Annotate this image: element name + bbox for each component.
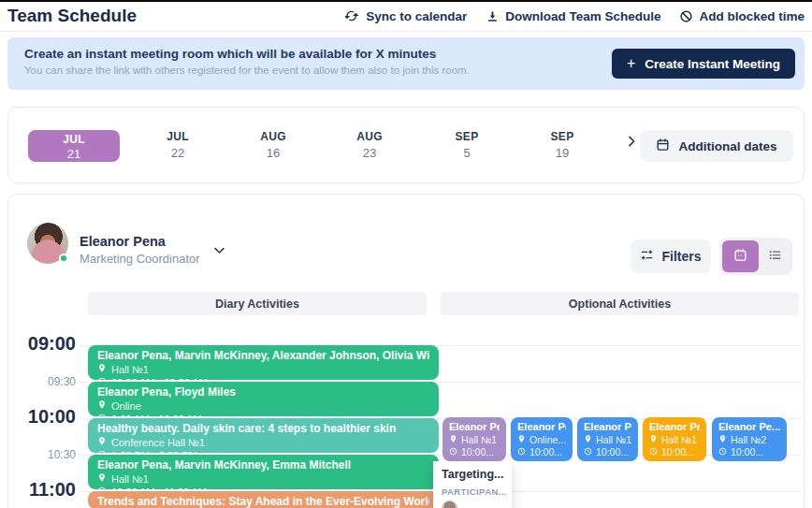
diary-event-2[interactable]: Eleanor Pena, Floyd Miles Online 9:30 AM… — [88, 382, 439, 416]
date-item-jul-21-selected[interactable]: JUL 21 — [28, 130, 120, 162]
diary-event-4[interactable]: Eleanor Pena, Marvin McKinney, Emma Mitc… — [88, 455, 439, 489]
diary-event-5[interactable]: Trends and Techniques: Stay Ahead in the… — [88, 491, 439, 508]
clock-icon — [449, 446, 457, 457]
banner-subtitle: You can share the link with others regis… — [24, 65, 470, 76]
optional-activities-header: Optional Activities — [441, 292, 799, 315]
date-item-sep-19[interactable]: SEP 19 — [529, 130, 595, 160]
diary-activities-header: Diary Activities — [88, 292, 427, 315]
clock-icon — [584, 446, 592, 457]
event-location: Hall №1 — [584, 434, 631, 445]
event-location: Hall №1 — [97, 363, 429, 376]
event-popover[interactable]: Targeting... PARTICIPAN... — [433, 461, 512, 508]
calendar-view-button[interactable] — [722, 240, 759, 272]
person-name: Eleanor Pena — [80, 234, 166, 249]
event-location: Online — [97, 399, 429, 413]
avatar[interactable] — [27, 223, 68, 264]
event-time: 1:00 PM - 2:00 PM — [97, 450, 429, 453]
time-label-0930: 09:30 — [10, 375, 76, 388]
online-status-dot — [59, 254, 68, 263]
location-pin-icon — [718, 434, 727, 445]
additional-dates-label: Additional dates — [678, 139, 776, 153]
location-pin-icon — [517, 434, 526, 445]
event-title: Healthy beauty. Daily skin care: 4 steps… — [97, 422, 429, 435]
event-time: 09:00 AM - 09:30 AM — [97, 377, 429, 380]
person-role: Marketing Coordinator — [80, 252, 200, 266]
download-team-schedule-button[interactable]: Download Team Schedule — [486, 9, 660, 23]
create-instant-meeting-label: Create Instant Meeting — [645, 57, 780, 71]
date-month: JUL — [28, 133, 120, 146]
time-label-0900: 09:00 — [10, 333, 76, 355]
team-schedule-page: Team Schedule Sync to calendar Download … — [0, 0, 812, 508]
sync-to-calendar-button[interactable]: Sync to calendar — [345, 8, 467, 23]
date-day: 5 — [434, 146, 500, 160]
clock-icon — [517, 446, 526, 457]
date-picker-panel: JUL 21 JUL 22 AUG 16 AUG 23 SEP 5 SEP 19… — [7, 107, 805, 183]
person-expand-button[interactable] — [212, 243, 226, 261]
event-time: 10:00... — [517, 446, 566, 457]
date-item-sep-5[interactable]: SEP 5 — [434, 130, 500, 160]
additional-dates-button[interactable]: Additional dates — [640, 130, 793, 162]
event-title: Eleanor Pe... — [449, 421, 500, 433]
event-title: Eleanor Pena, Marvin McKinney, Alexander… — [97, 349, 429, 362]
location-pin-icon — [97, 363, 107, 376]
event-title: Eleanor Pe... — [517, 421, 566, 433]
clock-icon — [97, 450, 107, 453]
list-view-button[interactable] — [761, 240, 790, 272]
event-title: Eleanor Pena, Floyd Miles — [97, 385, 429, 399]
download-icon — [486, 9, 500, 23]
time-label-1000: 10:00 — [10, 406, 76, 428]
date-item-jul-22[interactable]: JUL 22 — [145, 130, 210, 160]
optional-event-2[interactable]: Eleanor Pe... Online... 10:00... — [511, 417, 573, 461]
view-toggle — [719, 238, 792, 275]
event-time: 10:00... — [718, 446, 780, 457]
dates-next-button[interactable] — [624, 134, 639, 152]
banner-text: Create an instant meeting room which wil… — [24, 47, 470, 76]
page-title: Team Schedule — [7, 6, 137, 26]
participants-label: PARTICIPAN... — [442, 486, 503, 497]
event-time: 9:30 AM - 10:00 AM — [97, 414, 429, 416]
diary-event-3[interactable]: Healthy beauty. Daily skin care: 4 steps… — [88, 418, 439, 453]
clock-icon — [718, 446, 727, 457]
location-pin-icon — [649, 434, 658, 445]
event-title: Eleanor Pe... — [718, 421, 780, 433]
date-month: AUG — [337, 130, 402, 143]
optional-event-5[interactable]: Eleanor Pe... Hall №2 10:00... — [712, 417, 787, 461]
event-time: 10:30 AM - 11:00 AM — [97, 486, 429, 489]
filters-button[interactable]: Filters — [631, 239, 711, 273]
date-month: AUG — [240, 130, 306, 143]
popover-title: Targeting... — [442, 468, 503, 481]
event-time: 10:00... — [649, 446, 700, 457]
add-blocked-time-button[interactable]: Add blocked time — [679, 9, 805, 23]
date-day: 22 — [145, 146, 210, 160]
date-item-aug-23[interactable]: AUG 23 — [337, 130, 402, 160]
event-location: Conference Hall №1 — [97, 436, 429, 449]
optional-event-3[interactable]: Eleanor Pe... Hall №1 10:00... — [577, 417, 638, 461]
create-instant-meeting-button[interactable]: + Create Instant Meeting — [612, 49, 795, 79]
date-day: 16 — [240, 146, 306, 160]
optional-event-1[interactable]: Eleanor Pe... Hall №1 10:00... — [442, 417, 506, 461]
sync-icon — [345, 8, 360, 23]
filters-label: Filters — [661, 249, 701, 264]
schedule-panel: Eleanor Pena Marketing Coordinator Filte… — [7, 194, 805, 508]
add-blocked-time-label: Add blocked time — [699, 9, 805, 23]
page-header: Team Schedule Sync to calendar Download … — [0, 2, 812, 32]
clock-icon — [649, 446, 658, 457]
optional-event-4[interactable]: Eleanor Pe... Hall №1 10:00... — [643, 417, 706, 461]
date-item-aug-16[interactable]: AUG 16 — [240, 130, 306, 160]
event-time: 10:00... — [584, 446, 631, 457]
date-month: SEP — [434, 130, 500, 143]
event-location: Hall №2 — [718, 434, 780, 445]
diary-event-1[interactable]: Eleanor Pena, Marvin McKinney, Alexander… — [88, 345, 439, 380]
banner-title: Create an instant meeting room which wil… — [24, 47, 470, 61]
date-month: JUL — [145, 130, 210, 143]
location-pin-icon — [97, 472, 107, 486]
location-pin-icon — [584, 434, 592, 445]
chevron-right-icon — [624, 136, 639, 152]
clock-icon — [97, 414, 107, 416]
date-day: 19 — [529, 146, 595, 160]
clock-icon — [97, 377, 107, 380]
date-month: SEP — [529, 130, 595, 143]
time-label-1030: 10:30 — [10, 448, 76, 461]
clock-icon — [97, 486, 107, 489]
event-title: Eleanor Pe... — [584, 421, 631, 433]
